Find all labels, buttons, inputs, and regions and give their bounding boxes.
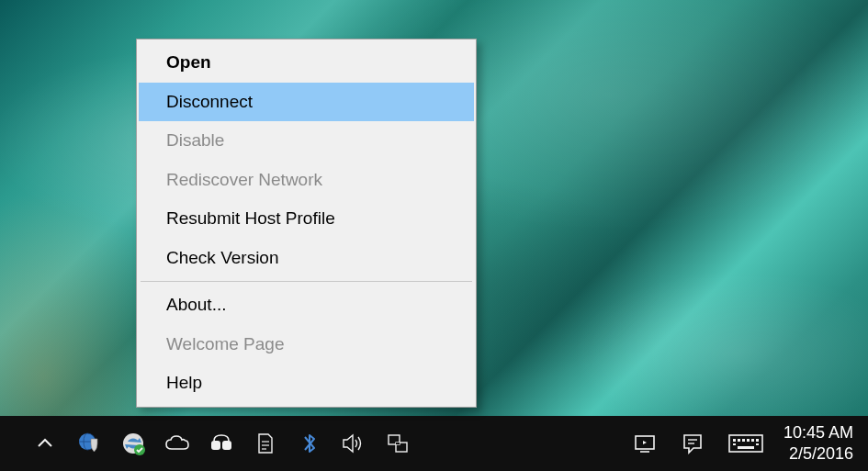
desktop-wallpaper: OpenDisconnectDisableRediscover NetworkR… bbox=[0, 0, 868, 471]
tray-context-menu: OpenDisconnectDisableRediscover NetworkR… bbox=[136, 39, 477, 408]
bluetooth-icon[interactable] bbox=[296, 430, 323, 457]
system-tray bbox=[31, 416, 411, 471]
svg-rect-22 bbox=[751, 439, 754, 442]
clock-date: 2/5/2016 bbox=[783, 443, 853, 465]
menu-item-help[interactable]: Help bbox=[139, 364, 474, 403]
menu-item-resubmit-host-profile[interactable]: Resubmit Host Profile bbox=[139, 199, 474, 239]
action-center-icon[interactable] bbox=[679, 430, 706, 457]
menu-item-open[interactable]: Open bbox=[139, 43, 474, 83]
menu-separator bbox=[141, 281, 472, 282]
svg-rect-24 bbox=[733, 443, 736, 445]
system-icons bbox=[631, 430, 765, 457]
taskbar: 10:45 AM 2/5/2016 bbox=[0, 416, 868, 471]
svg-rect-18 bbox=[733, 439, 736, 442]
audio-device-icon[interactable] bbox=[208, 430, 235, 457]
svg-rect-11 bbox=[396, 443, 400, 444]
screen-icon[interactable] bbox=[631, 430, 659, 457]
sync-green-icon[interactable] bbox=[119, 430, 147, 457]
speaker-icon[interactable] bbox=[340, 430, 367, 457]
menu-item-disconnect[interactable]: Disconnect bbox=[139, 83, 474, 122]
svg-rect-19 bbox=[738, 439, 740, 442]
network-icon[interactable] bbox=[384, 430, 411, 457]
svg-rect-25 bbox=[756, 443, 759, 445]
keyboard-icon[interactable] bbox=[727, 430, 765, 457]
document-icon[interactable] bbox=[252, 430, 279, 457]
menu-item-disable: Disable bbox=[139, 121, 474, 161]
cloud-icon[interactable] bbox=[163, 430, 191, 457]
svg-rect-21 bbox=[747, 439, 750, 442]
svg-rect-4 bbox=[211, 441, 220, 450]
menu-item-about[interactable]: About... bbox=[139, 286, 474, 325]
menu-item-welcome-page: Welcome Page bbox=[139, 325, 474, 364]
svg-marker-13 bbox=[643, 441, 647, 444]
shield-globe-icon[interactable] bbox=[75, 430, 103, 457]
clock-time: 10:45 AM bbox=[783, 422, 853, 443]
show-hidden-icons-button[interactable] bbox=[31, 430, 59, 457]
taskbar-clock[interactable]: 10:45 AM 2/5/2016 bbox=[783, 422, 868, 465]
svg-rect-5 bbox=[222, 441, 231, 450]
menu-item-check-version[interactable]: Check Version bbox=[139, 239, 474, 278]
svg-rect-26 bbox=[738, 446, 754, 449]
menu-item-rediscover-network: Rediscover Network bbox=[139, 161, 474, 200]
svg-rect-23 bbox=[756, 439, 759, 442]
svg-rect-20 bbox=[742, 439, 745, 442]
